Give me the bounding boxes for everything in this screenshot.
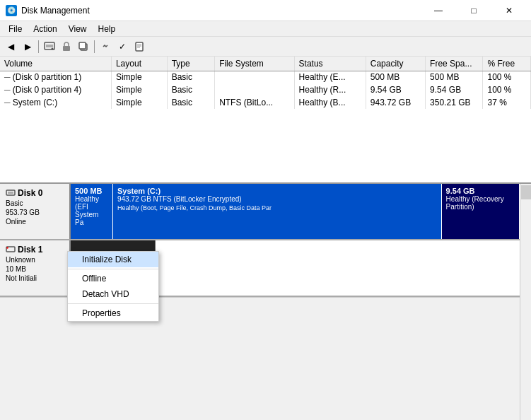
cell-volume: ─ (Disk 0 partition 1) bbox=[0, 71, 111, 83]
context-menu-offline[interactable]: Offline bbox=[68, 271, 158, 286]
toolbar-sep-2 bbox=[94, 40, 95, 53]
disk0-name: Disk 0 bbox=[18, 188, 42, 198]
svg-point-13 bbox=[6, 247, 8, 248]
disk0-name-row: Disk 0 bbox=[6, 188, 64, 198]
col-volume: Volume bbox=[0, 57, 111, 71]
cell-capacity: 943.72 GB bbox=[366, 96, 425, 109]
disk0-label: Disk 0 Basic 953.73 GB Online bbox=[0, 184, 71, 239]
svg-rect-1 bbox=[46, 45, 53, 47]
col-type: Type bbox=[167, 57, 214, 71]
cell-layout: Simple bbox=[111, 71, 167, 83]
cell-type: Basic bbox=[167, 71, 214, 83]
menu-action[interactable]: Action bbox=[28, 23, 62, 35]
svg-rect-11 bbox=[8, 192, 13, 194]
cell-volume: ─ (Disk 0 partition 4) bbox=[0, 83, 111, 96]
disk1-icon bbox=[6, 246, 16, 253]
cell-layout: Simple bbox=[111, 83, 167, 96]
disk1-name: Disk 1 bbox=[18, 245, 42, 255]
cell-status: Healthy (B... bbox=[294, 96, 366, 109]
menu-help[interactable]: Help bbox=[93, 23, 122, 35]
partition2-size: 943.72 GB NTFS (BitLocker Encrypted) bbox=[117, 195, 437, 203]
cell-freepct: 100 % bbox=[483, 71, 531, 83]
table-row[interactable]: ─ System (C:) Simple Basic NTFS (BitLo..… bbox=[0, 96, 531, 109]
context-menu-sep1 bbox=[68, 269, 158, 269]
title-bar-text: Disk Management bbox=[21, 6, 422, 16]
context-menu-properties[interactable]: Properties bbox=[68, 305, 158, 321]
menu-file[interactable]: File bbox=[3, 23, 28, 35]
toolbar-sep-1 bbox=[38, 40, 39, 53]
close-button[interactable]: ✕ bbox=[493, 0, 525, 21]
partition2-label: Healthy (Boot, Page File, Crash Dump, Ba… bbox=[117, 204, 437, 211]
volume-table: Volume Layout Type File System Status Ca… bbox=[0, 57, 531, 109]
menu-view[interactable]: View bbox=[63, 23, 93, 35]
svg-rect-5 bbox=[79, 42, 86, 49]
app-icon: 💿 bbox=[6, 5, 17, 16]
table-row[interactable]: ─ (Disk 0 partition 1) Simple Basic Heal… bbox=[0, 71, 531, 83]
disk0-row: Disk 0 Basic 953.73 GB Online 500 MB Hea… bbox=[0, 184, 531, 240]
disk1-type: Unknown bbox=[6, 256, 64, 264]
cell-filesystem: NTFS (BitLo... bbox=[215, 96, 294, 109]
toolbar-forward[interactable]: ▶ bbox=[20, 39, 35, 54]
table-area: Volume Layout Type File System Status Ca… bbox=[0, 57, 531, 184]
context-menu-initialize[interactable]: Initialize Disk bbox=[68, 252, 158, 267]
cell-freepct: 37 % bbox=[483, 96, 531, 109]
context-menu: Initialize Disk Offline Detach VHD Prope… bbox=[67, 251, 159, 322]
cell-capacity: 9.54 GB bbox=[366, 83, 425, 96]
context-menu-sep2 bbox=[68, 303, 158, 304]
disk0-partitions: 500 MB Healthy (EFI System Pa System (C:… bbox=[71, 184, 520, 239]
cell-layout: Simple bbox=[111, 96, 167, 109]
cell-filesystem bbox=[215, 71, 294, 83]
disk0-status: Online bbox=[6, 218, 64, 226]
toolbar-disk[interactable] bbox=[42, 39, 57, 54]
cell-freespace: 9.54 GB bbox=[426, 83, 483, 96]
scrollbar[interactable] bbox=[520, 184, 531, 420]
svg-rect-6 bbox=[136, 42, 143, 51]
cell-freespace: 350.21 GB bbox=[426, 96, 483, 109]
cell-capacity: 500 MB bbox=[366, 71, 425, 83]
disk1-label: Disk 1 Unknown 10 MB Not Initiali bbox=[0, 240, 71, 296]
cell-filesystem bbox=[215, 83, 294, 96]
minimize-button[interactable]: — bbox=[422, 0, 455, 21]
main-area: Volume Layout Type File System Status Ca… bbox=[0, 57, 531, 420]
col-freespace: Free Spa... bbox=[426, 57, 483, 71]
disk0-partition3: 9.54 GB Healthy (Recovery Partition) bbox=[442, 184, 520, 239]
svg-rect-3 bbox=[63, 46, 70, 51]
disk1-status: Not Initiali bbox=[6, 274, 64, 282]
context-menu-detach[interactable]: Detach VHD bbox=[68, 286, 158, 302]
toolbar-copy[interactable] bbox=[76, 39, 91, 54]
disk0-size: 953.73 GB bbox=[6, 209, 64, 216]
cell-volume: ─ System (C:) bbox=[0, 96, 111, 109]
title-bar-controls: — □ ✕ bbox=[422, 0, 525, 21]
disk0-partition2: System (C:) 943.72 GB NTFS (BitLocker En… bbox=[113, 184, 442, 239]
toolbar-chain[interactable] bbox=[98, 39, 113, 54]
toolbar-lock[interactable] bbox=[59, 39, 74, 54]
table-header-row: Volume Layout Type File System Status Ca… bbox=[0, 57, 531, 71]
col-status: Status bbox=[294, 57, 366, 71]
col-capacity: Capacity bbox=[366, 57, 425, 71]
scroll-thumb[interactable] bbox=[521, 185, 531, 199]
table-row[interactable]: ─ (Disk 0 partition 4) Simple Basic Heal… bbox=[0, 83, 531, 96]
disk1-empty bbox=[156, 240, 520, 296]
partition3-label: Healthy (Recovery Partition) bbox=[446, 195, 515, 211]
cell-type: Basic bbox=[167, 96, 214, 109]
partition1-label: Healthy (EFI System Pa bbox=[75, 195, 108, 226]
table-body: ─ (Disk 0 partition 1) Simple Basic Heal… bbox=[0, 71, 531, 109]
maximize-button[interactable]: □ bbox=[457, 0, 490, 21]
cell-status: Healthy (R... bbox=[294, 83, 366, 96]
col-filesystem: File System bbox=[215, 57, 294, 71]
cell-freepct: 100 % bbox=[483, 83, 531, 96]
toolbar-doc[interactable] bbox=[132, 39, 147, 54]
toolbar-back[interactable]: ◀ bbox=[3, 39, 18, 54]
title-bar: 💿 Disk Management — □ ✕ bbox=[0, 0, 531, 21]
disk0-type: Basic bbox=[6, 199, 64, 207]
cell-status: Healthy (E... bbox=[294, 71, 366, 83]
toolbar-check[interactable]: ✓ bbox=[115, 39, 130, 54]
disk1-name-row: Disk 1 bbox=[6, 245, 64, 255]
disk0-icon bbox=[6, 189, 16, 197]
legend-spacer bbox=[0, 298, 71, 311]
disk1-size: 10 MB bbox=[6, 265, 64, 273]
cell-freespace: 500 MB bbox=[426, 71, 483, 83]
disk0-partition1: 500 MB Healthy (EFI System Pa bbox=[71, 184, 113, 239]
cell-type: Basic bbox=[167, 83, 214, 96]
toolbar: ◀ ▶ ✓ bbox=[0, 37, 531, 57]
